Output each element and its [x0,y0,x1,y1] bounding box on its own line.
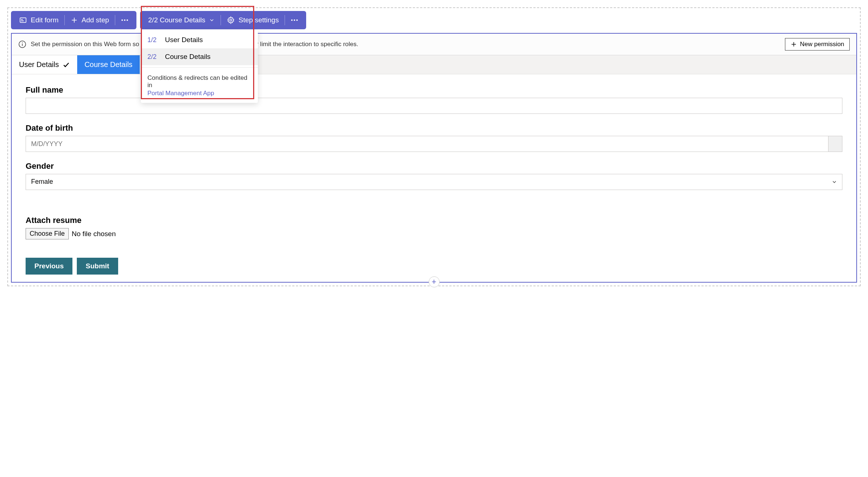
portal-management-link[interactable]: Portal Management App [147,90,251,97]
new-permission-button[interactable]: New permission [785,38,850,51]
edit-form-label: Edit form [31,16,59,24]
field-label: Attach resume [26,216,842,225]
add-section-handle[interactable]: + [429,276,440,287]
plus-icon [71,16,78,24]
add-step-label: Add step [82,16,109,24]
svg-point-14 [22,42,23,43]
svg-point-7 [127,19,128,21]
gender-select-wrap: Female [26,174,842,190]
step-tabs: User Details Course Details [12,55,856,74]
step-dropdown-item-course-details[interactable]: 2/2 Course Details [141,48,258,65]
more-form-actions-button[interactable] [116,17,134,23]
svg-rect-0 [20,18,26,23]
chevron-down-icon [209,17,215,23]
step-selector-button[interactable]: 2/2 Course Details [143,14,220,26]
divider [64,15,65,25]
add-step-button[interactable]: Add step [65,14,114,26]
step-settings-button[interactable]: Step settings [222,14,284,26]
more-step-actions-button[interactable] [286,17,303,23]
form-actions: Previous Submit [26,258,842,275]
step-dropdown-menu: 1/2 User Details 2/2 Course Details Cond… [141,30,258,103]
current-step-label: 2/2 Course Details [148,16,205,24]
step-name: Course Details [165,53,211,61]
svg-point-5 [121,19,123,21]
info-icon [18,40,26,48]
field-label: Date of birth [26,123,842,133]
checkmark-icon [63,61,70,68]
step-dropdown-footer: Conditions & redirects can be edited in … [141,70,258,101]
footer-text: Conditions & redirects can be edited in [147,74,247,89]
divider [285,15,285,25]
tab-course-details[interactable]: Course Details [77,55,140,74]
divider [115,15,115,25]
dob-input[interactable] [26,136,828,152]
date-picker-button[interactable] [828,136,842,152]
svg-point-11 [296,19,298,21]
step-dropdown-item-user-details[interactable]: 1/2 User Details [141,31,258,48]
plus-icon: + [432,277,436,287]
field-label: Gender [26,161,842,171]
choose-file-button[interactable]: Choose File [26,228,69,239]
divider [141,67,258,68]
svg-point-9 [291,19,293,21]
submit-button[interactable]: Submit [77,258,118,275]
tab-label: User Details [19,60,59,69]
file-status-text: No file chosen [72,230,116,238]
gear-icon [227,16,235,24]
file-input-row: Choose File No file chosen [26,228,842,239]
form-icon [19,16,27,24]
field-attach-resume: Attach resume Choose File No file chosen [26,216,842,239]
step-settings-label: Step settings [238,16,279,24]
form-preview-area: Set the permission on this Web form so i… [11,33,857,283]
permission-info-bar: Set the permission on this Web form so i… [12,34,856,55]
field-gender: Gender Female [26,161,842,190]
toolbar-group-step: 2/2 Course Details Step settings [140,11,306,29]
plus-icon [790,41,797,48]
editor-canvas: Edit form Add step [7,7,861,286]
gender-select[interactable]: Female [26,174,842,190]
divider [221,15,221,25]
svg-point-10 [294,19,295,21]
date-input-wrap [26,136,842,152]
svg-point-8 [230,19,232,21]
svg-rect-1 [21,19,23,20]
svg-rect-2 [21,21,24,21]
previous-button[interactable]: Previous [26,258,72,275]
form-fields: Full name Date of birth Gender Female [12,74,856,282]
step-fraction: 1/2 [147,36,160,44]
edit-form-button[interactable]: Edit form [14,14,64,26]
field-dob: Date of birth [26,123,842,152]
step-fraction: 2/2 [147,53,160,61]
toolbar-group-form: Edit form Add step [11,11,136,29]
new-permission-label: New permission [800,41,844,48]
ellipsis-icon [121,19,128,21]
tab-label: Course Details [84,60,132,69]
svg-point-6 [124,19,125,21]
step-name: User Details [165,36,203,44]
tab-user-details[interactable]: User Details [12,55,77,74]
editor-toolbar: Edit form Add step [11,11,857,29]
ellipsis-icon [291,19,298,21]
